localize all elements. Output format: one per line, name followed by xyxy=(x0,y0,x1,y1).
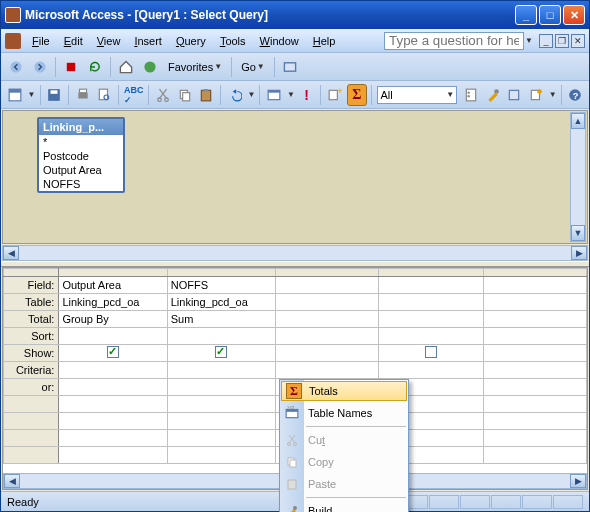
diagram-vscroll[interactable]: ▲ ▼ xyxy=(570,112,586,242)
grid-cell[interactable] xyxy=(276,328,379,345)
menu-query[interactable]: Query xyxy=(169,33,213,49)
grid-cell[interactable] xyxy=(59,379,167,396)
show-table-button[interactable]: + xyxy=(325,84,345,106)
grid-cell-show[interactable] xyxy=(276,345,379,362)
grid-cell[interactable]: Output Area xyxy=(59,277,167,294)
menu-help[interactable]: Help xyxy=(306,33,343,49)
grid-cell[interactable] xyxy=(59,328,167,345)
menu-file[interactable]: File xyxy=(25,33,57,49)
table-field[interactable]: Output Area xyxy=(39,163,123,177)
view-dropdown-icon[interactable]: ▼ xyxy=(28,90,36,99)
querytype-dropdown-icon[interactable]: ▼ xyxy=(287,90,295,99)
scroll-left-icon[interactable]: ◀ xyxy=(3,246,19,260)
table-field[interactable]: NOFFS xyxy=(39,177,123,191)
paste-button[interactable] xyxy=(196,84,216,106)
grid-cell[interactable] xyxy=(276,311,379,328)
cm-table-names[interactable]: xyz Table Names xyxy=(280,402,408,424)
table-field[interactable]: * xyxy=(39,135,123,149)
print-preview-button[interactable] xyxy=(94,84,114,106)
grid-cell[interactable] xyxy=(379,328,483,345)
home-button[interactable] xyxy=(115,56,137,78)
grid-cell-show[interactable] xyxy=(59,345,167,362)
save-button[interactable] xyxy=(44,84,64,106)
properties-button[interactable] xyxy=(461,84,481,106)
menu-edit[interactable]: Edit xyxy=(57,33,90,49)
grid-cell[interactable] xyxy=(483,311,586,328)
print-button[interactable] xyxy=(73,84,93,106)
grid-cell[interactable]: Linking_pcd_oa xyxy=(59,294,167,311)
nav-back-button[interactable] xyxy=(5,56,27,78)
stop-button[interactable] xyxy=(60,56,82,78)
querytype-button[interactable] xyxy=(264,84,284,106)
scroll-down-icon[interactable]: ▼ xyxy=(571,225,585,241)
search-web-button[interactable] xyxy=(139,56,161,78)
scroll-right-icon[interactable]: ▶ xyxy=(570,474,586,488)
grid-cell[interactable]: Group By xyxy=(59,311,167,328)
grid-cell[interactable] xyxy=(379,277,483,294)
mdi-close-button[interactable]: ✕ xyxy=(571,34,585,48)
diagram-hscroll[interactable]: ◀ ▶ xyxy=(2,245,588,261)
new-object-button[interactable] xyxy=(526,84,546,106)
menu-insert[interactable]: Insert xyxy=(127,33,169,49)
cm-build[interactable]: Build... xyxy=(280,500,408,512)
grid-cell[interactable]: Sum xyxy=(167,311,275,328)
help-dropdown-icon[interactable]: ▼ xyxy=(525,36,533,45)
grid-cell[interactable] xyxy=(379,311,483,328)
grid-cell[interactable] xyxy=(483,379,586,396)
cm-totals[interactable]: Σ Totals xyxy=(281,381,407,401)
grid-cell[interactable] xyxy=(167,379,275,396)
nav-forward-button[interactable] xyxy=(29,56,51,78)
maximize-button[interactable]: □ xyxy=(539,5,561,25)
checkbox-icon[interactable] xyxy=(107,346,119,358)
grid-cell[interactable] xyxy=(276,277,379,294)
close-button[interactable]: ✕ xyxy=(563,5,585,25)
refresh-button[interactable] xyxy=(84,56,106,78)
menu-tools[interactable]: Tools xyxy=(213,33,253,49)
grid-cell[interactable] xyxy=(483,362,586,379)
diagram-pane[interactable]: Linking_p... * Postcode Output Area NOFF… xyxy=(2,110,588,244)
grid-cell-show[interactable] xyxy=(379,345,483,362)
new-object-dropdown-icon[interactable]: ▼ xyxy=(549,90,557,99)
grid-cell-show[interactable] xyxy=(167,345,275,362)
help-search-input[interactable] xyxy=(384,32,524,50)
minimize-button[interactable]: _ xyxy=(515,5,537,25)
go-button[interactable]: Go▼ xyxy=(236,56,270,78)
cut-button[interactable] xyxy=(153,84,173,106)
grid-cell[interactable] xyxy=(483,328,586,345)
table-field[interactable]: Postcode xyxy=(39,149,123,163)
scroll-up-icon[interactable]: ▲ xyxy=(571,113,585,129)
checkbox-icon[interactable] xyxy=(425,346,437,358)
view-button[interactable] xyxy=(5,84,25,106)
mdi-restore-button[interactable]: ❐ xyxy=(555,34,569,48)
grid-cell[interactable] xyxy=(276,294,379,311)
build-button[interactable] xyxy=(483,84,503,106)
grid-cell[interactable] xyxy=(276,362,379,379)
checkbox-icon[interactable] xyxy=(215,346,227,358)
grid-cell[interactable] xyxy=(379,362,483,379)
top-values-combo[interactable]: All▼ xyxy=(377,86,457,104)
spelling-button[interactable]: ABC✓ xyxy=(123,84,145,106)
favorites-button[interactable]: Favorites▼ xyxy=(163,56,227,78)
show-only-web-button[interactable] xyxy=(279,56,301,78)
grid-cell[interactable] xyxy=(167,362,275,379)
grid-cell[interactable] xyxy=(379,294,483,311)
grid-cell[interactable] xyxy=(59,362,167,379)
grid-cell[interactable] xyxy=(483,277,586,294)
menu-view[interactable]: View xyxy=(90,33,128,49)
database-window-button[interactable] xyxy=(504,84,524,106)
copy-button[interactable] xyxy=(175,84,195,106)
grid-cell[interactable]: NOFFS xyxy=(167,277,275,294)
grid-cell[interactable] xyxy=(167,328,275,345)
menu-window[interactable]: Window xyxy=(253,33,306,49)
grid-cell[interactable]: Linking_pcd_oa xyxy=(167,294,275,311)
help-button[interactable]: ? xyxy=(565,84,585,106)
undo-button[interactable] xyxy=(225,84,245,106)
mdi-minimize-button[interactable]: _ xyxy=(539,34,553,48)
grid-cell[interactable] xyxy=(483,294,586,311)
totals-button[interactable]: Σ xyxy=(347,84,367,106)
run-button[interactable]: ! xyxy=(297,84,317,106)
grid-cell-show[interactable] xyxy=(483,345,586,362)
table-linking-pcd-oa[interactable]: Linking_p... * Postcode Output Area NOFF… xyxy=(37,117,125,193)
undo-dropdown-icon[interactable]: ▼ xyxy=(248,90,256,99)
scroll-left-icon[interactable]: ◀ xyxy=(4,474,20,488)
